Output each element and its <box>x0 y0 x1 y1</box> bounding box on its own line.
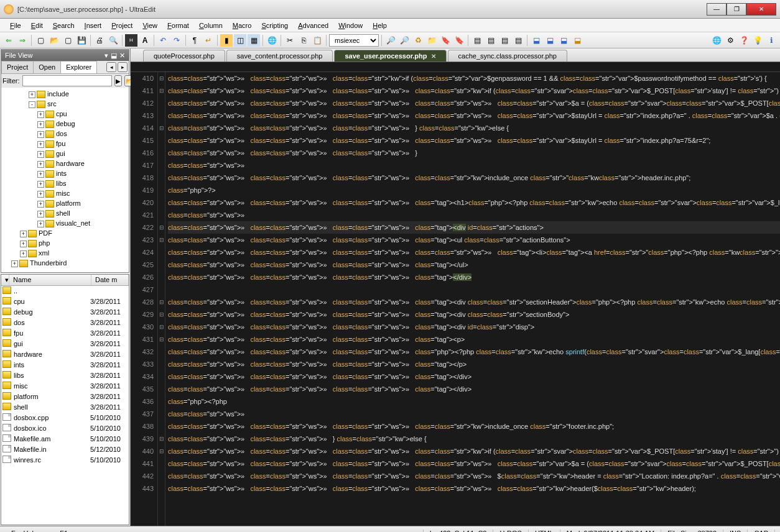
find-icon[interactable]: 🔎 <box>384 34 397 47</box>
menu-search[interactable]: Search <box>48 20 80 31</box>
open-icon[interactable]: 📂 <box>48 34 60 47</box>
file-row[interactable]: cpu3/28/2011 <box>1 296 129 307</box>
minimize-button[interactable]: — <box>707 3 727 16</box>
tree-node[interactable]: +platform <box>2 198 128 208</box>
file-row[interactable]: Makefile.in5/12/2010 <box>1 444 129 455</box>
ws-icon[interactable]: ¶ <box>188 34 201 47</box>
bulb-icon[interactable]: 💡 <box>751 34 764 47</box>
file-row[interactable]: shell3/28/2011 <box>1 402 129 413</box>
bookmark-icon[interactable]: 🔖 <box>439 34 452 47</box>
undo-icon[interactable]: ↶ <box>157 34 169 47</box>
tree-node[interactable]: +misc <box>2 188 128 198</box>
file-row[interactable]: dosbox.ico5/10/2010 <box>1 423 129 434</box>
tree-node[interactable]: +cpu <box>2 109 128 119</box>
fv-tab-project[interactable]: Project <box>1 61 34 73</box>
save-icon[interactable]: 💾 <box>75 34 88 47</box>
editor-tab[interactable]: quoteProcessor.php <box>143 50 225 62</box>
paste-icon[interactable]: 📋 <box>311 34 323 47</box>
tree-node[interactable]: +include <box>2 89 128 99</box>
menu-help[interactable]: Help <box>368 20 392 31</box>
next-icon[interactable]: ▸ <box>118 62 128 72</box>
t5-icon[interactable]: ⬓ <box>530 34 542 47</box>
help-icon[interactable]: ❓ <box>738 34 750 47</box>
pin2-icon[interactable]: ⬓ <box>111 52 117 60</box>
file-row[interactable]: ints3/28/2011 <box>1 360 129 370</box>
prev-icon[interactable]: ◂ <box>106 62 116 72</box>
tree-node[interactable]: +PDF <box>2 228 128 238</box>
forward-icon[interactable]: ⇒ <box>16 34 29 47</box>
file-row[interactable]: winres.rc5/10/2010 <box>1 455 129 466</box>
filter-input[interactable] <box>22 75 112 86</box>
tree-node[interactable]: +libs <box>2 178 128 188</box>
tree-node[interactable]: +Thunderbird <box>2 258 128 268</box>
menu-insert[interactable]: Insert <box>80 20 107 31</box>
file-row[interactable]: misc3/28/2011 <box>1 381 129 392</box>
menu-project[interactable]: Project <box>106 20 137 31</box>
info-icon[interactable]: ℹ <box>765 34 778 47</box>
file-row[interactable]: debug3/28/2011 <box>1 307 129 318</box>
fv-tab-explorer[interactable]: Explorer <box>60 61 97 73</box>
find-files-icon[interactable]: 📁 <box>425 34 438 47</box>
file-row[interactable]: Makefile.am5/10/2010 <box>1 434 129 444</box>
close-file-icon[interactable]: ▢ <box>62 34 74 47</box>
tree-node[interactable]: +php <box>2 238 128 248</box>
folder-tree[interactable]: +include-src+cpu+debug+dos+fpu+gui+hardw… <box>1 88 129 272</box>
tree-node[interactable]: -src <box>2 99 128 109</box>
new-icon[interactable]: ▢ <box>34 34 47 47</box>
t2-icon[interactable]: ▤ <box>485 34 497 47</box>
tree-node[interactable]: +debug <box>2 119 128 129</box>
code-editor[interactable]: class=class="str">"ws">» class=class="st… <box>165 72 780 526</box>
editor-tab[interactable]: save_user.processor.php✕ <box>334 50 446 62</box>
bookmark2-icon[interactable]: 🔖 <box>453 34 465 47</box>
redo-icon[interactable]: ↷ <box>170 34 183 47</box>
editor-tab[interactable]: save_content.processor.php <box>226 50 333 62</box>
file-row[interactable]: .. <box>1 286 129 296</box>
fv-tab-open[interactable]: Open <box>33 61 61 73</box>
t8-icon[interactable]: ⬓ <box>571 34 583 47</box>
editor-tab[interactable]: cache_sync.class.processor.php <box>448 50 567 62</box>
t1-icon[interactable]: ▤ <box>471 34 483 47</box>
file-row[interactable]: dos3/28/2011 <box>1 318 129 328</box>
t4-icon[interactable]: ▤ <box>512 34 524 47</box>
menu-window[interactable]: Window <box>333 20 368 31</box>
menu-scripting[interactable]: Scripting <box>256 20 293 31</box>
code-folding[interactable]: ⊟⊟⊟⊟⊟⊟⊟⊟⊟⊟⊟ <box>158 72 165 526</box>
menu-format[interactable]: Format <box>162 20 194 31</box>
menu-macro[interactable]: Macro <box>228 20 257 31</box>
tree-node[interactable]: +shell <box>2 208 128 218</box>
file-row[interactable]: dosbox.cpp5/10/2010 <box>1 413 129 423</box>
gear-icon[interactable]: ⚙ <box>724 34 736 47</box>
print-icon[interactable]: 🖨 <box>93 34 106 47</box>
col1-icon[interactable]: ▮ <box>220 34 233 47</box>
preview-icon[interactable]: 🔍 <box>107 34 119 47</box>
tree-node[interactable]: +ints <box>2 168 128 178</box>
tab-close-icon[interactable]: ✕ <box>431 53 436 60</box>
file-list[interactable]: ..cpu3/28/2011debug3/28/2011dos3/28/2011… <box>1 286 129 525</box>
command-combo[interactable]: msiexec <box>329 34 379 47</box>
find-next-icon[interactable]: 🔎 <box>398 34 411 47</box>
wrap-icon[interactable]: ↵ <box>202 34 215 47</box>
cut-icon[interactable]: ✂ <box>284 34 296 47</box>
back-icon[interactable]: ⇐ <box>2 34 15 47</box>
file-row[interactable]: gui3/28/2011 <box>1 339 129 349</box>
text-icon[interactable]: A <box>139 34 151 47</box>
pin-icon[interactable]: ▾ <box>104 52 108 60</box>
tree-node[interactable]: +xml <box>2 248 128 258</box>
file-row[interactable]: libs3/28/2011 <box>1 370 129 381</box>
tree-node[interactable]: +gui <box>2 149 128 158</box>
col2-icon[interactable]: ◫ <box>234 34 246 47</box>
tree-node[interactable]: +visualc_net <box>2 218 128 228</box>
filter-go-icon[interactable]: ▶ <box>114 75 122 86</box>
file-row[interactable]: platform3/28/2011 <box>1 392 129 402</box>
t7-icon[interactable]: ⬓ <box>557 34 570 47</box>
tree-node[interactable]: +dos <box>2 129 128 139</box>
file-row[interactable]: hardware3/28/2011 <box>1 349 129 360</box>
panel-close-icon[interactable]: ✕ <box>119 52 125 60</box>
t3-icon[interactable]: ▤ <box>498 34 511 47</box>
maximize-button[interactable]: ❐ <box>727 3 746 16</box>
menu-edit[interactable]: Edit <box>26 20 48 31</box>
replace-icon[interactable]: ♻ <box>412 34 424 47</box>
tree-node[interactable]: +fpu <box>2 139 128 149</box>
hex-icon[interactable]: H <box>125 34 137 47</box>
col-date[interactable]: Date m <box>91 275 129 285</box>
